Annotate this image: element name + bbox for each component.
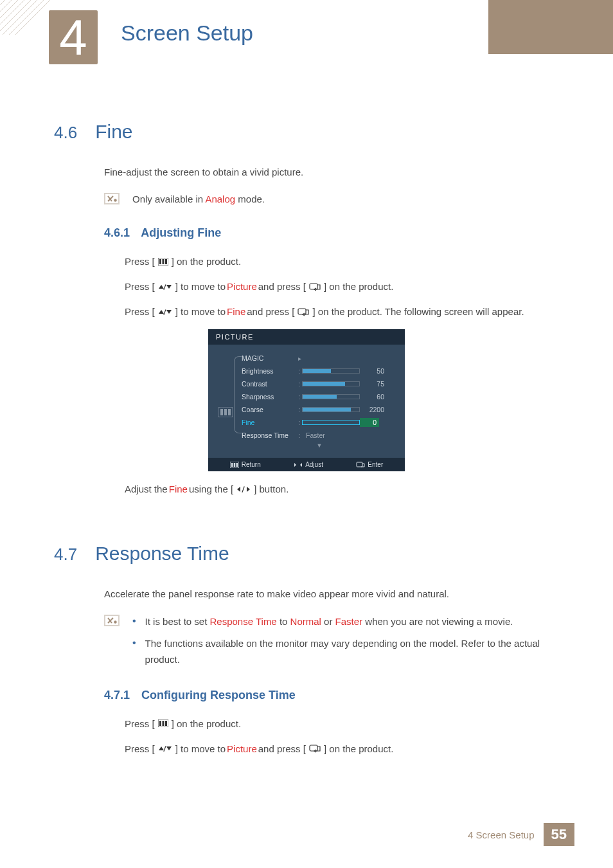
svg-rect-24 [228,409,231,415]
svg-rect-38 [163,746,166,752]
svg-rect-30 [242,486,245,493]
svg-rect-11 [105,194,118,203]
bullet-1: • It is best to set Response Time to Nor… [132,613,559,630]
subsection-heading-adjusting-fine: 4.6.1 Adjusting Fine [104,226,559,240]
svg-rect-15 [162,259,164,264]
note-response-time: • It is best to set Response Time to Nor… [104,613,559,673]
step-3: Press [ ] to move to Fine and press [ ] … [125,303,559,320]
left-right-icon [236,485,251,493]
enter-icon [309,282,321,291]
svg-rect-27 [233,463,235,467]
step-1-rt: Press [ ] on the product. [125,715,559,732]
section-number: 4.6 [54,123,77,143]
up-down-icon [158,745,172,752]
svg-rect-23 [224,409,227,415]
page-footer: 4 Screen Setup 55 [468,823,574,846]
svg-point-33 [114,620,116,623]
svg-rect-18 [310,284,317,289]
menu-icon [158,258,168,266]
step-2-rt: Press [ ] to move to Picture and press [… [125,740,559,757]
footer-page-number: 55 [544,823,574,846]
svg-rect-14 [159,259,161,264]
menu-icon [158,719,168,727]
note-text: Only available in Analog mode. [132,192,559,207]
chapter-number-box: 4 [49,10,98,64]
osd-category-icon [216,352,235,453]
subsection-heading-configuring-rt: 4.7.1 Configuring Response Time [104,689,559,702]
enter-icon [309,744,321,753]
section-heading-fine: 4.6 Fine [54,121,559,143]
note-icon [104,613,121,630]
section-title: Fine [95,121,132,143]
section-number: 4.7 [54,545,77,565]
svg-rect-19 [163,309,166,315]
osd-title: PICTURE [208,329,405,345]
up-down-icon [158,283,172,291]
svg-rect-22 [220,409,223,415]
svg-rect-39 [310,745,317,751]
osd-screenshot: PICTURE MAGIC▸ Brightness:50 Contrast:75… [208,329,405,471]
step-1: Press [ ] on the product. [125,253,559,270]
enter-icon [298,307,309,316]
section-title: Response Time [95,543,229,565]
osd-footer: Return Adjust Enter [208,458,405,471]
svg-rect-36 [162,721,164,726]
chapter-title: Screen Setup [121,21,253,46]
note-icon [104,192,121,208]
svg-rect-28 [236,463,238,467]
section-intro: Accelerate the panel response rate to ma… [104,586,559,602]
svg-rect-37 [165,721,167,726]
up-down-icon [158,308,172,316]
svg-rect-20 [298,309,306,314]
section-intro: Fine-adjust the screen to obtain a vivid… [104,165,559,180]
step-adjust-fine: Adjust the Fine using the [ ] button. [125,480,559,498]
section-heading-response-time: 4.7 Response Time [54,543,559,565]
svg-rect-17 [163,284,166,290]
bullet-2: • The functions available on the monitor… [132,635,559,668]
svg-rect-29 [357,462,362,467]
note-analog-only: Only available in Analog mode. [104,192,559,208]
svg-rect-26 [231,463,233,467]
footer-chapter-label: 4 Screen Setup [468,829,534,840]
svg-rect-35 [159,721,161,726]
step-2: Press [ ] to move to Picture and press [… [125,278,559,295]
svg-point-12 [114,199,116,201]
svg-rect-32 [105,616,118,625]
svg-rect-16 [165,259,167,264]
